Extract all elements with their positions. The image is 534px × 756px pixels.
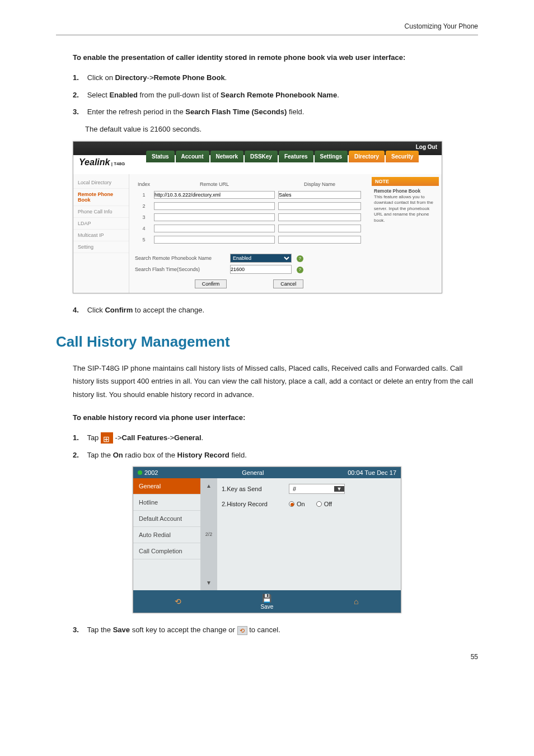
col-name: Display Name <box>277 180 362 189</box>
remote-url-input-3[interactable] <box>154 213 275 221</box>
col-index: Index <box>136 180 152 189</box>
step-num: 4. <box>73 305 85 316</box>
note-body: Remote Phone Book This feature allows yo… <box>372 186 439 226</box>
phone-step-1: 1. Tap ->Call Features->General. <box>73 432 478 444</box>
phone-side-general[interactable]: General <box>133 478 200 494</box>
step-num: 3. <box>73 106 85 118</box>
phone-side-hotline[interactable]: Hotline <box>133 494 200 511</box>
radio-on[interactable]: On <box>289 501 305 507</box>
account-badge: 2002 <box>138 469 158 476</box>
sidebar-item-multicast-ip[interactable]: Multicast IP <box>73 230 129 241</box>
tab-account[interactable]: Account <box>176 151 209 162</box>
display-name-input-1[interactable] <box>278 191 361 199</box>
phone-sidebar: General Hotline Default Account Auto Red… <box>133 478 200 590</box>
display-name-input-4[interactable] <box>278 225 361 232</box>
table-row: 4 <box>136 223 362 234</box>
key-as-send-label: 1.Key as Send <box>222 486 283 492</box>
step-3: 3. Enter the refresh period in the Searc… <box>73 106 478 118</box>
step-num: 2. <box>73 450 85 461</box>
table-row: 2 <box>136 201 362 211</box>
phone-title: General <box>158 469 348 476</box>
search-remote-label: Search Remote Phonebook Name <box>135 255 230 261</box>
tab-security[interactable]: Security <box>386 151 419 162</box>
remote-url-input-2[interactable] <box>154 202 275 210</box>
tab-status[interactable]: Status <box>146 151 175 162</box>
help-icon[interactable]: ? <box>297 267 303 273</box>
page-indicator: 2/2 <box>205 493 213 575</box>
arrow-up-icon[interactable]: ▲ <box>206 478 212 493</box>
page-header: Customizing Your Phone <box>56 22 478 35</box>
cancel-button[interactable]: Cancel <box>273 279 303 288</box>
sidebar-item-ldap[interactable]: LDAP <box>73 218 129 230</box>
step-1: 1. Click on Directory->Remote Phone Book… <box>73 72 478 84</box>
tab-settings[interactable]: Settings <box>315 151 348 162</box>
sidebar-item-phone-call-info[interactable]: Phone Call Info <box>73 206 129 218</box>
chevron-down-icon: ▼ <box>334 486 344 492</box>
search-remote-select[interactable]: Enabled <box>230 254 292 263</box>
table-row: 1 <box>136 190 362 200</box>
step-num: 1. <box>73 432 85 444</box>
table-row: 5 <box>136 235 362 245</box>
help-icon[interactable]: ? <box>297 255 303 262</box>
flash-time-input[interactable] <box>230 265 292 274</box>
main-tabs: Status Account Network DSSKey Features S… <box>146 151 420 162</box>
back-button[interactable]: ⟲ <box>133 590 222 613</box>
display-name-input-3[interactable] <box>278 213 361 221</box>
menu-icon <box>101 432 113 444</box>
phone-side-call-completion[interactable]: Call Completion <box>133 543 200 559</box>
note-header: NOTE <box>372 177 439 186</box>
radio-off[interactable]: Off <box>316 501 332 507</box>
display-name-input-5[interactable] <box>278 236 361 244</box>
remote-url-input-4[interactable] <box>154 225 275 232</box>
status-dot-icon <box>138 470 142 475</box>
table-row: 3 <box>136 212 362 222</box>
step-4: 4. Click Confirm to accept the change. <box>73 305 478 316</box>
col-url: Remote URL <box>153 180 276 189</box>
tab-directory[interactable]: Directory <box>349 151 385 162</box>
step-num: 1. <box>73 72 85 84</box>
remote-url-input-5[interactable] <box>154 236 275 244</box>
key-as-send-select[interactable]: # ▼ <box>289 484 345 494</box>
remote-url-table: Index Remote URL Display Name 1 2 3 4 5 <box>135 179 363 246</box>
arrow-down-icon[interactable]: ▼ <box>206 575 212 590</box>
tab-dsskey[interactable]: DSSKey <box>245 151 278 162</box>
web-ui-screenshot: Log Out Yealink | T48G Status Account Ne… <box>73 141 442 293</box>
radio-on-icon <box>289 501 294 507</box>
back-icon: ⟲ <box>175 597 181 606</box>
web-sidebar: Local Directory Remote Phone Book Phone … <box>73 174 129 293</box>
phone-side-auto-redial[interactable]: Auto Redial <box>133 527 200 543</box>
home-icon: ⌂ <box>354 597 358 606</box>
section-heading: Call History Management <box>56 333 478 351</box>
tab-features[interactable]: Features <box>279 151 313 162</box>
back-icon-inline: ⟲ <box>237 626 247 635</box>
radio-off-icon <box>316 501 322 507</box>
home-button[interactable]: ⌂ <box>312 590 401 613</box>
sidebar-item-local-directory[interactable]: Local Directory <box>73 177 129 189</box>
phone-intro: To enable history record via phone user … <box>56 412 478 424</box>
sidebar-item-setting[interactable]: Setting <box>73 241 129 253</box>
remote-url-input-1[interactable] <box>154 191 275 199</box>
brand-logo: Yealink <box>79 157 110 167</box>
phone-time: 00:04 Tue Dec 17 <box>348 469 396 476</box>
page-number: 55 <box>56 653 478 661</box>
confirm-button[interactable]: Confirm <box>195 279 227 288</box>
step-num: 2. <box>73 90 85 101</box>
save-button[interactable]: 💾 Save <box>222 590 311 613</box>
save-icon: 💾 <box>262 594 271 603</box>
phone-side-default-account[interactable]: Default Account <box>133 511 200 527</box>
display-name-input-2[interactable] <box>278 202 361 210</box>
intro-heading: To enable the presentation of caller ide… <box>56 52 478 64</box>
flash-time-label: Search Flash Time(Seconds) <box>135 267 230 272</box>
step-2: 2. Select Enabled from the pull-down lis… <box>73 90 478 101</box>
phone-step-2: 2. Tap the On radio box of the History R… <box>73 450 478 461</box>
tab-network[interactable]: Network <box>210 151 243 162</box>
step-3-note: The default value is 21600 seconds. <box>56 124 478 136</box>
history-record-label: 2.History Record <box>222 501 283 507</box>
sidebar-item-remote-phone-book[interactable]: Remote Phone Book <box>73 189 129 206</box>
step-num: 3. <box>73 624 85 636</box>
phone-step-3: 3. Tap the Save soft key to accept the c… <box>73 624 478 636</box>
phone-ui-screenshot: 2002 General 00:04 Tue Dec 17 General Ho… <box>133 466 401 613</box>
logout-link[interactable]: Log Out <box>416 144 437 150</box>
section-paragraph: The SIP-T48G IP phone maintains call his… <box>56 362 478 401</box>
